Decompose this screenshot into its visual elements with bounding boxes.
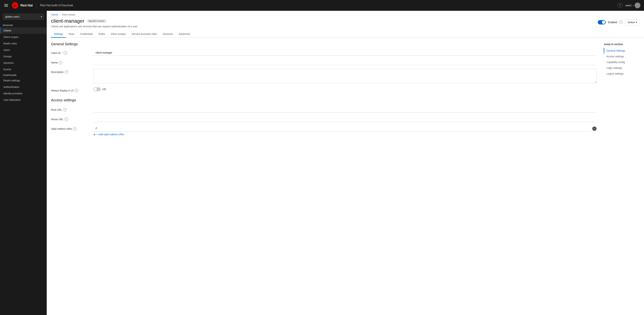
redirect-uris-row: Valid redirect URIs ? − ⊕ + Add valid	[51, 126, 596, 136]
action-button[interactable]: Action ▾	[625, 19, 640, 25]
nav-divider	[36, 3, 36, 8]
page-header-right: Enabled ? Action ▾	[598, 18, 640, 25]
root-url-input[interactable]	[94, 106, 596, 112]
description-row: Description ?	[51, 69, 596, 84]
always-display-off-label: Off	[102, 88, 106, 91]
page-subtitle: Clients are applications and services th…	[51, 25, 138, 28]
configure-section-label: Configure	[0, 72, 47, 77]
root-url-help-icon[interactable]: ?	[63, 108, 67, 112]
action-chevron-icon: ▾	[636, 21, 637, 24]
root-url-label: Root URL ?	[51, 106, 90, 112]
description-label: Description ?	[51, 69, 90, 74]
client-id-input[interactable]	[94, 50, 596, 56]
sidebar-item-label: User federation	[4, 98, 21, 101]
breadcrumb-current: Client details	[62, 13, 75, 16]
name-label: Name ?	[51, 59, 90, 64]
sidebar-item-user-federation[interactable]: User federation	[0, 97, 47, 103]
manage-section-label: Manage	[0, 23, 47, 27]
minus-icon: −	[594, 127, 595, 130]
name-row: Name ?	[51, 59, 596, 65]
hamburger-menu[interactable]	[4, 4, 8, 7]
main-content: Clients › Client details client-manager …	[47, 11, 644, 315]
app-name: Red Hat build of Keycloak	[40, 4, 73, 7]
action-label: Action	[628, 21, 635, 24]
name-input[interactable]	[94, 59, 596, 65]
required-marker: *	[62, 52, 63, 54]
sidebar-item-identity-providers[interactable]: Identity providers	[0, 90, 47, 97]
toggle-sm-thumb	[94, 88, 97, 91]
jump-item-capability-config[interactable]: Capability config	[604, 59, 640, 65]
tab-settings[interactable]: Settings	[51, 31, 66, 38]
home-url-help-icon[interactable]: ?	[64, 118, 68, 121]
sidebar-item-users[interactable]: Users	[0, 47, 47, 53]
enabled-toggle[interactable]	[598, 20, 606, 24]
sidebar-item-events[interactable]: Events	[0, 66, 47, 72]
sidebar-item-realm-roles[interactable]: Realm roles	[0, 40, 47, 47]
jump-item-login-settings[interactable]: Login settings	[604, 65, 640, 71]
sidebar-item-realm-settings[interactable]: Realm settings	[0, 77, 47, 84]
sidebar-item-sessions[interactable]: Sessions	[0, 60, 47, 66]
realm-selector[interactable]: globex-user1	[3, 14, 44, 20]
redirect-uri-input-1[interactable]	[94, 126, 591, 132]
tab-bar: Settings Keys Credentials Roles Client s…	[47, 31, 644, 38]
sidebar-item-label: Clients	[4, 29, 11, 32]
sidebar-item-authentication[interactable]: Authentication	[0, 84, 47, 90]
enabled-help-icon[interactable]: ?	[619, 20, 623, 24]
sidebar-item-label: Realm roles	[4, 42, 17, 45]
home-url-input[interactable]	[94, 116, 596, 122]
home-url-row: Home URL ?	[51, 116, 596, 122]
form-area: General Settings Client ID * ? Name	[51, 42, 596, 140]
root-url-field	[94, 106, 596, 112]
brand-logo: Red Hat	[12, 2, 33, 9]
jump-item-general-settings[interactable]: General Settings	[604, 48, 640, 54]
description-help-icon[interactable]: ?	[65, 70, 68, 74]
tab-advanced[interactable]: Advanced	[176, 31, 192, 38]
always-display-help-icon[interactable]: ?	[74, 89, 78, 92]
remove-redirect-uri-button[interactable]: −	[592, 126, 596, 131]
tab-sessions[interactable]: Sessions	[160, 31, 176, 38]
user-menu[interactable]: user1 ▾	[625, 2, 640, 8]
redirect-uris-help-icon[interactable]: ?	[73, 127, 76, 131]
brand-name: Red Hat	[20, 4, 33, 7]
description-textarea[interactable]	[94, 69, 596, 83]
jump-section-title: Jump to section	[604, 43, 640, 46]
name-help-icon[interactable]: ?	[59, 61, 62, 64]
client-id-field	[94, 50, 596, 56]
tab-credentials[interactable]: Credentials	[77, 31, 96, 38]
sidebar-item-client-scopes[interactable]: Client scopes	[0, 34, 47, 40]
client-id-help-icon[interactable]: ?	[64, 51, 67, 55]
breadcrumb: Clients › Client details	[47, 11, 644, 16]
tab-service-accounts-roles[interactable]: Service accounts roles	[129, 31, 160, 38]
openid-badge: OpenID Connect	[86, 19, 106, 23]
breadcrumb-parent[interactable]: Clients	[51, 13, 58, 16]
section-separator: Access settings	[51, 98, 596, 102]
tab-roles[interactable]: Roles	[96, 31, 108, 38]
root-url-row: Root URL ?	[51, 106, 596, 112]
tab-keys[interactable]: Keys	[66, 31, 77, 38]
jump-to-section: Jump to section General Settings Access …	[604, 42, 640, 140]
redirect-uris-field: − ⊕ + Add valid redirect URIs	[94, 126, 596, 136]
jump-item-access-settings[interactable]: Access settings	[604, 54, 640, 59]
layout: globex-user1 Manage Clients Client scope…	[0, 11, 644, 315]
always-display-toggle-row: Off	[94, 87, 596, 91]
help-button[interactable]: ?	[618, 3, 622, 8]
sidebar-item-groups[interactable]: Groups	[0, 53, 47, 60]
access-settings-title: Access settings	[51, 98, 596, 102]
enabled-label: Enabled	[608, 21, 617, 24]
nav-right-actions: ? user1 ▾	[618, 2, 640, 8]
sidebar-item-label: Sessions	[4, 62, 14, 64]
tab-client-scopes[interactable]: Client scopes	[108, 31, 129, 38]
sidebar-item-label: Client scopes	[4, 36, 18, 38]
realm-dropdown[interactable]: globex-user1	[3, 14, 44, 20]
page-title-row: client-manager OpenID Connect	[51, 18, 138, 24]
username-label: user1	[625, 4, 632, 7]
always-display-field: Off	[94, 87, 596, 91]
sidebar: globex-user1 Manage Clients Client scope…	[0, 11, 47, 315]
content-area: General Settings Client ID * ? Name	[47, 38, 644, 140]
jump-item-logout-settings[interactable]: Logout settings	[604, 71, 640, 76]
client-id-label: Client ID * ?	[51, 50, 90, 55]
sidebar-item-clients[interactable]: Clients	[0, 27, 47, 34]
add-redirect-uri-button[interactable]: ⊕ + Add valid redirect URIs	[94, 133, 596, 136]
always-display-toggle[interactable]	[94, 87, 100, 91]
always-display-row: Always display in UI ? Off	[51, 87, 596, 92]
